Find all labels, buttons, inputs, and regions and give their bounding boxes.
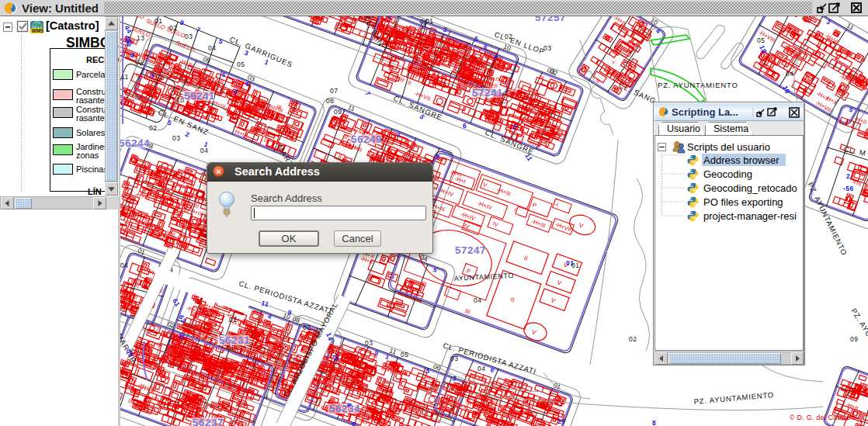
svg-text:56249: 56249 <box>351 133 382 145</box>
svg-text:09: 09 <box>850 335 858 343</box>
svg-text:PZ. AYUNTAMIENTO: PZ. AYUNTAMIENTO <box>658 81 738 89</box>
svg-text:01: 01 <box>229 316 237 324</box>
svg-text:8: 8 <box>652 419 656 426</box>
svg-text:01: 01 <box>571 261 579 269</box>
svg-text:05: 05 <box>237 61 245 68</box>
svg-text:03: 03 <box>543 44 551 52</box>
svg-text:04: 04 <box>208 44 216 52</box>
svg-text:57257: 57257 <box>535 16 566 23</box>
svg-text:04: 04 <box>786 70 793 78</box>
svg-text:27: 27 <box>557 417 565 425</box>
svg-text:05: 05 <box>757 36 765 44</box>
svg-text:56231: 56231 <box>219 334 250 346</box>
svg-text:-56: -56 <box>843 185 854 192</box>
svg-text:07: 07 <box>330 87 338 95</box>
svg-text:03: 03 <box>365 339 373 347</box>
svg-text:57247: 57247 <box>455 244 486 256</box>
svg-text:02: 02 <box>149 124 157 132</box>
svg-text:10: 10 <box>176 96 184 104</box>
svg-text:WMS: WMS <box>32 28 45 33</box>
svg-text:57241: 57241 <box>472 87 503 99</box>
svg-text:56241: 56241 <box>184 90 215 102</box>
svg-text:04: 04 <box>477 365 485 372</box>
svg-text:11: 11 <box>121 73 129 81</box>
svg-text:03: 03 <box>450 355 458 362</box>
svg-text:3: 3 <box>130 51 134 59</box>
svg-text:04: 04 <box>200 147 208 154</box>
svg-text:56234: 56234 <box>329 403 360 414</box>
svg-text:04: 04 <box>120 261 128 269</box>
svg-text:03: 03 <box>172 134 180 142</box>
svg-text:02: 02 <box>505 33 512 40</box>
svg-text:04: 04 <box>474 296 481 304</box>
svg-text:56244: 56244 <box>120 137 150 149</box>
svg-text:13: 13 <box>137 34 144 42</box>
svg-text:6: 6 <box>463 122 467 130</box>
svg-text:09: 09 <box>334 108 342 116</box>
svg-text:02: 02 <box>303 324 311 331</box>
svg-text:03: 03 <box>185 33 193 40</box>
svg-text:© D. G. del Catastro: © D. G. del Catastro <box>790 414 856 421</box>
svg-text:56237: 56237 <box>193 417 224 426</box>
svg-text:02: 02 <box>169 24 177 32</box>
svg-text:01: 01 <box>155 17 162 25</box>
svg-text:05: 05 <box>401 351 408 358</box>
svg-text:2: 2 <box>846 172 850 180</box>
svg-text:08: 08 <box>326 97 334 105</box>
svg-text:02: 02 <box>629 335 637 343</box>
svg-text:01: 01 <box>425 17 433 25</box>
